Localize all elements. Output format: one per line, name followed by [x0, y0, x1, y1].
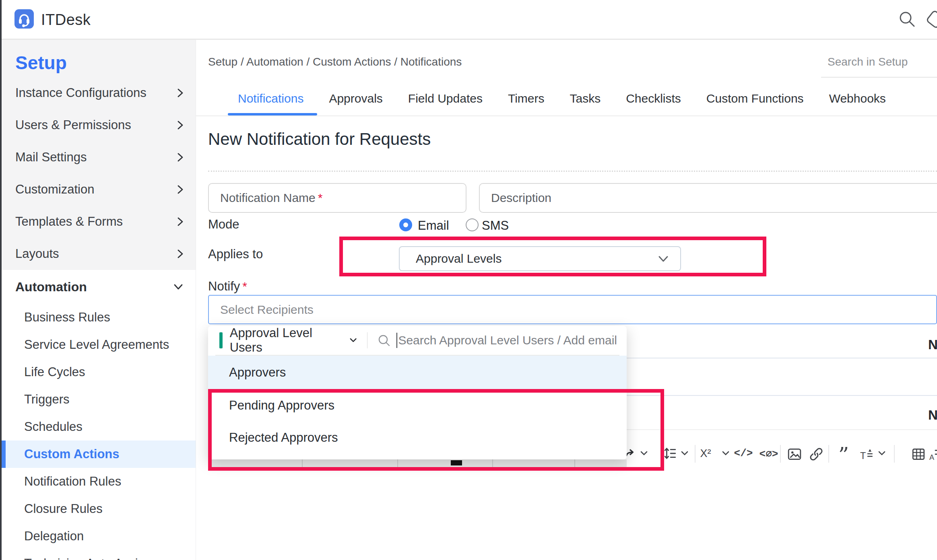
sort-lines-icon[interactable]: A — [929, 447, 937, 461]
sidebar-item-label: Triggers — [24, 392, 70, 407]
tab-notifications[interactable]: Notifications — [238, 92, 303, 105]
toolbar-divider — [828, 445, 829, 463]
option-rejected-approvers[interactable]: Rejected Approvers — [208, 422, 627, 454]
option-pending-approvers[interactable]: Pending Approvers — [208, 389, 627, 422]
blockquote-icon[interactable]: ” — [838, 449, 849, 461]
sidebar-item-label: Schedules — [24, 420, 83, 434]
tab-tasks[interactable]: Tasks — [570, 92, 601, 105]
app-title: ITDesk — [41, 11, 91, 29]
tabs-divider — [196, 115, 937, 116]
sidebar-item-label: Layouts — [15, 247, 59, 261]
sidebar-item-users-permissions[interactable]: Users & Permissions — [2, 109, 196, 141]
sidebar-item-notification-rules[interactable]: Notification Rules — [2, 468, 196, 495]
chevron-right-icon — [177, 216, 184, 227]
sidebar-item-label: Business Rules — [24, 310, 110, 325]
window-edge — [0, 0, 2, 560]
tab-custom-functions[interactable]: Custom Functions — [706, 92, 804, 105]
chevron-down-icon[interactable] — [878, 451, 885, 455]
sidebar-item-templates-forms[interactable]: Templates & Forms — [2, 206, 196, 238]
recipients-placeholder: Select Recipients — [220, 303, 314, 317]
notify-recipients-input[interactable]: Select Recipients — [208, 295, 937, 324]
recipients-dropdown-header: Approval Level Users Search Approval Lev… — [208, 326, 627, 355]
module-tabs: Notifications Approvals Field Updates Ti… — [238, 92, 886, 105]
recipients-dropdown-panel: Approval Level Users Search Approval Lev… — [208, 326, 627, 459]
applies-to-value: Approval Levels — [416, 252, 502, 266]
radio-email-label[interactable]: Email — [418, 218, 449, 233]
chevron-down-icon[interactable] — [681, 451, 688, 455]
setup-search-input[interactable]: Search in Setup — [828, 56, 908, 68]
insert-table-icon[interactable] — [911, 447, 926, 461]
svg-text:A: A — [929, 453, 934, 461]
text-cursor — [396, 333, 397, 348]
toolbar-divider — [695, 445, 696, 463]
sidebar-item-business-rules[interactable]: Business Rules — [2, 304, 196, 331]
sidebar-item-closure-rules[interactable]: Closure Rules — [2, 495, 196, 523]
sidebar-item-technician-auto-assign[interactable]: Technician Auto Assign — [2, 550, 196, 560]
code-view-icon[interactable]: </> — [734, 447, 753, 459]
marketplace-addon-icon[interactable] — [924, 8, 937, 31]
sidebar-item-label: Instance Configurations — [15, 86, 147, 100]
option-approvers[interactable]: Approvers — [208, 356, 627, 389]
field-underline — [584, 395, 937, 396]
description-input[interactable]: Description — [479, 183, 937, 213]
tab-timers[interactable]: Timers — [508, 92, 545, 105]
chevron-right-icon — [177, 120, 184, 130]
sidebar-item-customization[interactable]: Customization — [2, 173, 196, 206]
tab-approvals[interactable]: Approvals — [329, 92, 382, 105]
sidebar-item-label: Closure Rules — [24, 502, 103, 516]
strip-divider — [574, 459, 575, 467]
sidebar-item-label: Users & Permissions — [15, 118, 131, 132]
sidebar-title: Setup — [2, 40, 196, 77]
toolbar-divider — [894, 445, 895, 463]
sidebar-item-service-level-agreements[interactable]: Service Level Agreements — [2, 331, 196, 358]
strip-divider — [397, 459, 398, 467]
clipped-text: N — [928, 337, 937, 352]
sidebar-item-label: Notification Rules — [24, 474, 121, 489]
insert-link-icon[interactable] — [809, 447, 823, 461]
radio-sms[interactable] — [466, 218, 479, 231]
radio-email[interactable] — [399, 218, 412, 231]
recipient-category-select[interactable]: Approval Level Users — [230, 326, 357, 355]
notification-name-input[interactable]: Notification Name * — [208, 183, 466, 213]
top-bar: ITDesk — [0, 0, 937, 40]
mode-label: Mode — [208, 217, 239, 232]
strip-divider — [492, 459, 493, 467]
applies-to-select[interactable]: Approval Levels — [399, 246, 681, 271]
radio-sms-label[interactable]: SMS — [482, 218, 509, 233]
line-spacing-icon[interactable] — [664, 447, 677, 460]
active-indicator — [2, 441, 6, 468]
tab-checklists[interactable]: Checklists — [626, 92, 681, 105]
source-code-icon[interactable]: <∅> — [760, 447, 778, 460]
tab-webhooks[interactable]: Webhooks — [829, 92, 886, 105]
applies-to-label: Applies to — [208, 247, 263, 261]
superscript-icon[interactable]: X² — [700, 447, 711, 460]
header-divider — [367, 332, 368, 348]
chevron-down-icon[interactable] — [722, 451, 729, 455]
sidebar-item-layouts[interactable]: Layouts — [2, 238, 196, 270]
active-tab-underline — [228, 113, 317, 115]
chevron-right-icon — [177, 88, 184, 98]
breadcrumb[interactable]: Setup / Automation / Custom Actions / No… — [208, 56, 462, 68]
sidebar-item-custom-actions[interactable]: Custom Actions — [2, 441, 196, 468]
search-icon[interactable] — [898, 10, 917, 29]
sidebar-item-label: Custom Actions — [24, 447, 120, 461]
automation-section: Automation Business Rules Service Level … — [2, 270, 196, 560]
sidebar-item-life-cycles[interactable]: Life Cycles — [2, 358, 196, 386]
sidebar-item-schedules[interactable]: Schedules — [2, 413, 196, 441]
sidebar-item-triggers[interactable]: Triggers — [2, 386, 196, 413]
sidebar-item-instance-configurations[interactable]: Instance Configurations — [2, 77, 196, 109]
sidebar-item-automation[interactable]: Automation — [2, 270, 196, 304]
insert-image-icon[interactable] — [787, 447, 802, 461]
sidebar-item-delegation[interactable]: Delegation — [2, 523, 196, 550]
setup-sidebar: Setup Instance Configurations Users & Pe… — [2, 40, 196, 560]
strip-divider — [302, 459, 303, 467]
chevron-down-icon[interactable] — [640, 451, 648, 455]
notify-label-text: Notify — [208, 279, 240, 293]
recipient-search-input[interactable]: Search Approval Level Users / Add email — [398, 334, 617, 347]
sidebar-item-label: Service Level Agreements — [24, 338, 169, 352]
sidebar-item-mail-settings[interactable]: Mail Settings — [2, 141, 196, 173]
tab-field-updates[interactable]: Field Updates — [408, 92, 483, 105]
field-underline — [584, 429, 937, 430]
svg-text:T: T — [860, 451, 866, 461]
text-style-icon[interactable]: T — [860, 447, 874, 461]
